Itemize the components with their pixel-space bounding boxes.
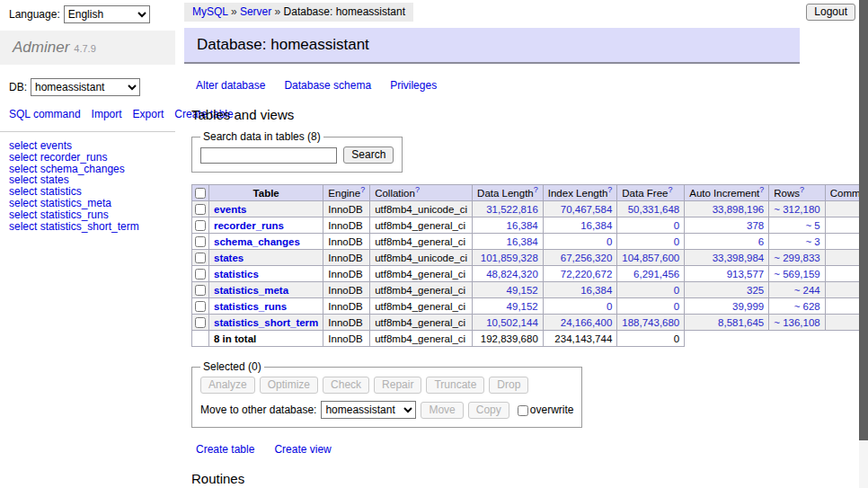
rows-link[interactable]: ~ 5 <box>805 220 819 231</box>
auto-increment-link[interactable]: 8,581,645 <box>718 317 764 328</box>
auto-increment-link[interactable]: 39,999 <box>732 301 764 312</box>
move-button[interactable]: Move <box>421 402 463 419</box>
table-link-events[interactable]: events <box>214 204 246 215</box>
auto-increment-link[interactable]: 325 <box>747 285 764 296</box>
auto-increment-link[interactable]: 33,898,196 <box>713 204 765 215</box>
index-length-link[interactable]: 70,467,584 <box>561 204 613 215</box>
data-free-link[interactable]: 188,743,680 <box>622 317 679 328</box>
data-free-link[interactable]: 0 <box>674 285 679 296</box>
data-length-link[interactable]: 16,384 <box>507 220 538 231</box>
row-checkbox-statistics-meta[interactable] <box>195 285 206 296</box>
sidebar-action-sql-command[interactable]: SQL command <box>9 108 81 120</box>
row-checkbox-statistics[interactable] <box>195 269 206 279</box>
data-length-link[interactable]: 16,384 <box>507 236 538 247</box>
sidebar-select-recorder-runs[interactable]: select recorder_runs <box>9 152 166 164</box>
row-checkbox-statistics-runs[interactable] <box>195 301 206 312</box>
row-checkbox-states[interactable] <box>195 253 206 263</box>
sidebar-select-statistics-short-term[interactable]: select statistics_short_term <box>9 221 166 233</box>
rows-link[interactable]: ~ 569,159 <box>774 269 819 279</box>
scrollbar-track[interactable] <box>859 0 868 488</box>
help-link-collation[interactable]: ? <box>415 185 420 194</box>
check-button[interactable]: Check <box>323 377 369 394</box>
data-free-link[interactable]: 0 <box>674 220 679 231</box>
auto-increment-link[interactable]: 913,577 <box>727 269 765 279</box>
data-length-link[interactable]: 10,502,144 <box>486 317 538 328</box>
table-link-statistics-runs[interactable]: statistics_runs <box>214 301 287 312</box>
data-free-link[interactable]: 104,857,600 <box>622 253 679 263</box>
sidebar-action-export[interactable]: Export <box>133 108 164 120</box>
sidebar-select-statistics-meta[interactable]: select statistics_meta <box>9 198 166 209</box>
rows-link[interactable]: ~ 299,833 <box>774 253 819 263</box>
nav-link-alter-database[interactable]: Alter database <box>196 79 265 92</box>
table-link-schema-changes[interactable]: schema_changes <box>214 236 300 247</box>
data-length-link[interactable]: 101,859,328 <box>481 253 538 263</box>
data-free-link[interactable]: 0 <box>674 236 679 247</box>
rows-link[interactable]: ~ 3 <box>805 236 819 247</box>
data-free-link[interactable]: 0 <box>674 301 679 312</box>
overwrite-checkbox[interactable] <box>518 405 528 416</box>
rows-link[interactable]: ~ 244 <box>794 285 820 296</box>
data-free-link[interactable]: 50,331,648 <box>628 204 680 215</box>
nav-link-privileges[interactable]: Privileges <box>390 79 437 92</box>
help-link-auto-increment[interactable]: ? <box>759 185 764 194</box>
rows-link[interactable]: ~ 136,108 <box>774 317 819 328</box>
sidebar-select-statistics-runs[interactable]: select statistics_runs <box>9 209 166 221</box>
cell-data-free: 104,857,600 <box>617 250 685 266</box>
db-select[interactable]: homeassistant <box>31 78 140 96</box>
index-length-link[interactable]: 16,384 <box>580 220 612 231</box>
row-checkbox-schema-changes[interactable] <box>195 236 206 247</box>
search-button[interactable]: Search <box>343 146 394 164</box>
data-length-link[interactable]: 49,152 <box>507 301 538 312</box>
cell-engine: InnoDB <box>323 234 370 250</box>
scrollbar-thumb[interactable] <box>859 0 868 440</box>
data-length-link[interactable]: 31,522,816 <box>486 204 538 215</box>
create-view-link[interactable]: Create view <box>274 443 331 456</box>
language-select[interactable]: English <box>64 5 150 23</box>
search-input[interactable] <box>200 147 337 164</box>
help-link-rows[interactable]: ? <box>800 185 804 194</box>
select-all-checkbox[interactable] <box>195 188 206 199</box>
rows-link[interactable]: ~ 312,180 <box>774 204 819 215</box>
breadcrumb-link-mysql[interactable]: MySQL <box>192 5 228 18</box>
table-link-statistics-meta[interactable]: statistics_meta <box>214 285 288 296</box>
help-link-data-free[interactable]: ? <box>668 185 672 194</box>
table-link-states[interactable]: states <box>214 253 244 263</box>
row-checkbox-events[interactable] <box>195 204 206 215</box>
breadcrumb-link-server[interactable]: Server <box>240 5 271 18</box>
data-free-link[interactable]: 6,291,456 <box>633 269 679 279</box>
nav-link-database-schema[interactable]: Database schema <box>284 79 371 92</box>
optimize-button[interactable]: Optimize <box>260 377 318 394</box>
help-link-engine[interactable]: ? <box>360 185 365 194</box>
overwrite-option[interactable]: overwrite <box>518 404 574 416</box>
help-link-index-length[interactable]: ? <box>607 185 612 194</box>
index-length-link[interactable]: 24,166,400 <box>561 317 613 328</box>
truncate-button[interactable]: Truncate <box>426 377 484 394</box>
auto-increment-link[interactable]: 33,398,984 <box>713 253 765 263</box>
index-length-link[interactable]: 16,384 <box>580 285 612 296</box>
index-length-link[interactable]: 0 <box>607 236 612 247</box>
drop-button[interactable]: Drop <box>489 377 528 394</box>
copy-button[interactable]: Copy <box>468 402 509 419</box>
auto-increment-link[interactable]: 378 <box>747 220 764 231</box>
row-checkbox-recorder-runs[interactable] <box>195 220 206 231</box>
version-label[interactable]: 4.7.9 <box>74 43 95 54</box>
row-checkbox-statistics-short-term[interactable] <box>195 317 206 328</box>
auto-increment-link[interactable]: 6 <box>758 236 764 247</box>
table-link-statistics-short-term[interactable]: statistics_short_term <box>214 317 318 328</box>
sidebar-action-import[interactable]: Import <box>92 108 122 120</box>
sidebar-select-events[interactable]: select events <box>9 140 166 152</box>
logout-button[interactable]: Logout <box>806 4 855 21</box>
index-length-link[interactable]: 67,256,320 <box>561 253 613 263</box>
analyze-button[interactable]: Analyze <box>200 377 255 394</box>
move-db-select[interactable]: homeassistant <box>321 401 416 419</box>
data-length-link[interactable]: 49,152 <box>507 285 538 296</box>
help-link-data-length[interactable]: ? <box>534 185 538 194</box>
index-length-link[interactable]: 0 <box>607 301 612 312</box>
repair-button[interactable]: Repair <box>374 377 421 394</box>
rows-link[interactable]: ~ 628 <box>794 301 820 312</box>
table-link-recorder-runs[interactable]: recorder_runs <box>214 220 284 231</box>
table-link-statistics[interactable]: statistics <box>214 269 259 279</box>
data-length-link[interactable]: 48,824,320 <box>486 269 538 279</box>
index-length-link[interactable]: 72,220,672 <box>561 269 613 279</box>
create-table-link[interactable]: Create table <box>196 443 254 456</box>
